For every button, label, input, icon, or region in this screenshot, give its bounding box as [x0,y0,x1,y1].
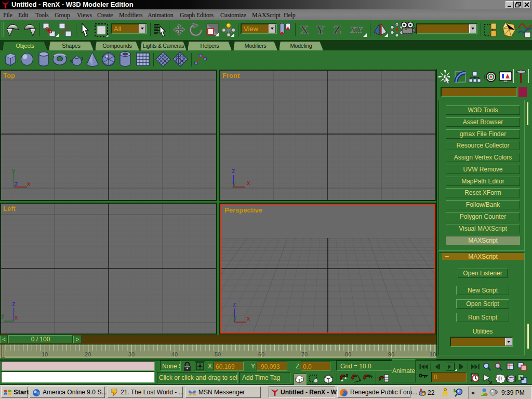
svg-text:60: 60 [258,351,264,357]
svg-text:90: 90 [388,351,394,357]
svg-text:20: 20 [85,351,91,357]
svg-text:40: 40 [171,351,178,357]
svg-text:XY: XY [350,25,363,35]
svg-text:3: 3 [345,374,348,378]
svg-text:100: 100 [430,351,436,357]
svg-text:50: 50 [215,351,221,357]
svg-text:%: % [368,374,373,379]
svg-text:80: 80 [345,351,351,357]
svg-text:z: z [233,300,236,308]
svg-text:z: z [15,180,18,188]
svg-text:10: 10 [42,351,48,357]
svg-text:x: x [247,314,250,322]
svg-text:Z: Z [333,24,341,36]
svg-text:X: X [300,24,309,36]
svg-text:y: y [12,166,16,174]
svg-text:y: y [1,311,5,319]
svg-text:x: x [15,313,18,321]
svg-text:30: 30 [128,351,135,357]
svg-text:y: y [233,314,237,322]
svg-text:y: y [232,180,236,188]
svg-text:70: 70 [301,351,308,357]
svg-text:x: x [247,179,250,187]
svg-text:z: z [12,300,16,308]
svg-text:x: x [27,180,31,188]
svg-text:Y: Y [316,24,325,36]
svg-text:z: z [232,167,235,175]
